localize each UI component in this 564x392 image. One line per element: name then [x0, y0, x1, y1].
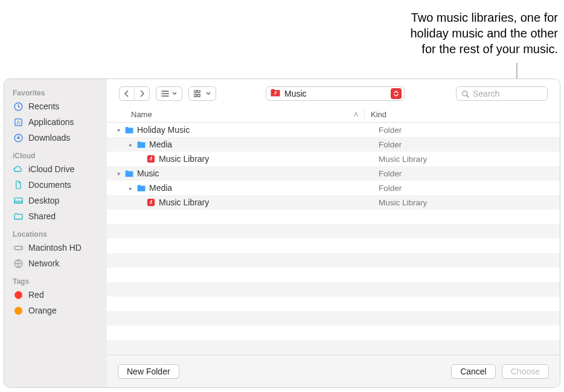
chevron-down-icon: [172, 91, 177, 96]
sidebar-item-desktop[interactable]: Desktop: [4, 193, 107, 208]
apps-icon: A: [13, 117, 24, 127]
row-kind: Music Library: [373, 155, 560, 164]
table-row[interactable]: ▸ Media Folder: [107, 137, 560, 152]
finder-choose-dialog: Favorites Recents A Applications Downloa…: [4, 79, 560, 388]
callout-line: holiday music and the other: [292, 25, 558, 41]
location-popup[interactable]: Music: [266, 86, 405, 101]
sidebar-item-tag-red[interactable]: Red: [4, 287, 107, 303]
row-name: Media: [149, 183, 172, 193]
row-kind: Folder: [373, 169, 560, 178]
row-name: Music Library: [159, 154, 209, 164]
column-name[interactable]: Name ᐱ: [131, 110, 364, 119]
table-row[interactable]: ▾ Music Folder: [107, 166, 560, 181]
nav-back-forward[interactable]: [119, 86, 150, 101]
sidebar-item-shared[interactable]: Shared: [4, 208, 107, 224]
download-icon: [13, 132, 24, 143]
callout-line: Two music libraries, one for: [292, 10, 558, 25]
callout-line: for the rest of your music.: [292, 41, 558, 57]
sidebar-heading-icloud: iCloud: [4, 146, 107, 161]
svg-rect-4: [14, 198, 22, 203]
empty-row: [107, 239, 560, 253]
sidebar: Favorites Recents A Applications Downloa…: [4, 79, 107, 387]
svg-point-9: [161, 91, 162, 92]
svg-text:A: A: [16, 120, 21, 126]
table-row[interactable]: ▾ Holiday Music Folder: [107, 123, 560, 137]
table-row[interactable]: Music Library Music Library: [107, 195, 560, 210]
sidebar-item-label: iCloud Drive: [28, 164, 74, 174]
sidebar-item-network[interactable]: Network: [4, 255, 107, 271]
clock-icon: [13, 101, 24, 112]
orange-tag-icon: [13, 305, 24, 316]
svg-rect-13: [197, 90, 200, 92]
disclosure-triangle-closed-icon[interactable]: ▸: [127, 185, 133, 191]
sidebar-item-recents[interactable]: Recents: [4, 98, 107, 114]
row-name: Music: [137, 169, 159, 178]
grid-icon: [194, 90, 203, 97]
row-name: Media: [149, 140, 172, 149]
sidebar-item-documents[interactable]: Documents: [4, 177, 107, 193]
sidebar-item-label: Documents: [28, 180, 71, 190]
sidebar-item-label: Red: [28, 290, 44, 300]
disclosure-triangle-open-icon[interactable]: ▾: [115, 170, 121, 177]
svg-point-11: [161, 95, 162, 97]
back-button[interactable]: [120, 87, 134, 100]
sidebar-item-applications[interactable]: A Applications: [4, 114, 107, 130]
shared-folder-icon: [13, 211, 24, 222]
new-folder-label: New Folder: [127, 367, 170, 376]
cancel-label: Cancel: [460, 367, 487, 376]
sidebar-item-label: Macintosh HD: [28, 243, 82, 252]
svg-point-7: [21, 247, 21, 248]
disclosure-triangle-closed-icon[interactable]: ▸: [127, 141, 133, 148]
popup-stepper-icon: [391, 88, 402, 99]
desktop-icon: [13, 195, 24, 206]
table-row[interactable]: ▸ Media Folder: [107, 181, 560, 195]
sidebar-heading-tags: Tags: [4, 271, 107, 287]
location-label: Music: [284, 89, 387, 98]
svg-rect-15: [197, 94, 200, 97]
svg-rect-12: [194, 90, 196, 92]
choose-label: Choose: [511, 367, 540, 376]
file-list: ▾ Holiday Music Folder ▸ Media Folder: [107, 123, 560, 355]
sidebar-item-macintosh-hd[interactable]: Macintosh HD: [4, 240, 107, 255]
row-kind: Folder: [373, 126, 560, 135]
group-button[interactable]: [188, 86, 216, 101]
row-kind: Folder: [373, 140, 560, 149]
folder-icon: [136, 183, 146, 193]
callout-annotation: Two music libraries, one for holiday mus…: [292, 10, 558, 57]
empty-row: [107, 297, 560, 311]
column-kind[interactable]: Kind: [364, 110, 545, 119]
sidebar-heading-locations: Locations: [4, 224, 107, 240]
empty-row: [107, 224, 560, 239]
empty-row: [107, 268, 560, 282]
music-folder-icon: [270, 88, 281, 99]
row-kind: Folder: [373, 184, 560, 193]
empty-row: [107, 282, 560, 297]
sidebar-item-tag-orange[interactable]: Orange: [4, 303, 107, 318]
music-library-icon: [146, 198, 156, 207]
folder-icon: [124, 125, 134, 135]
sidebar-item-downloads[interactable]: Downloads: [4, 130, 107, 146]
row-kind: Music Library: [373, 198, 560, 207]
sidebar-item-label: Shared: [28, 211, 56, 221]
svg-point-10: [161, 93, 162, 94]
new-folder-button[interactable]: New Folder: [118, 364, 179, 379]
disclosure-triangle-open-icon[interactable]: ▾: [115, 127, 121, 133]
table-row[interactable]: Music Library Music Library: [107, 152, 560, 166]
choose-button[interactable]: Choose: [502, 364, 549, 379]
sidebar-item-icloud-drive[interactable]: iCloud Drive: [4, 161, 107, 177]
view-list-button[interactable]: [156, 86, 182, 101]
column-headers: Name ᐱ Kind: [107, 107, 560, 123]
empty-row: [107, 210, 560, 224]
cancel-button[interactable]: Cancel: [451, 364, 496, 379]
forward-button[interactable]: [134, 87, 149, 100]
red-tag-icon: [13, 289, 24, 300]
folder-icon: [124, 169, 134, 178]
sidebar-item-label: Downloads: [28, 133, 70, 143]
sort-asc-icon: ᐱ: [354, 111, 358, 118]
sidebar-heading-favorites: Favorites: [4, 83, 107, 98]
search-field[interactable]: Search: [456, 86, 548, 101]
empty-row: [107, 311, 560, 326]
column-name-label: Name: [131, 110, 152, 119]
sidebar-item-label: Applications: [28, 117, 74, 127]
doc-icon: [13, 179, 24, 190]
